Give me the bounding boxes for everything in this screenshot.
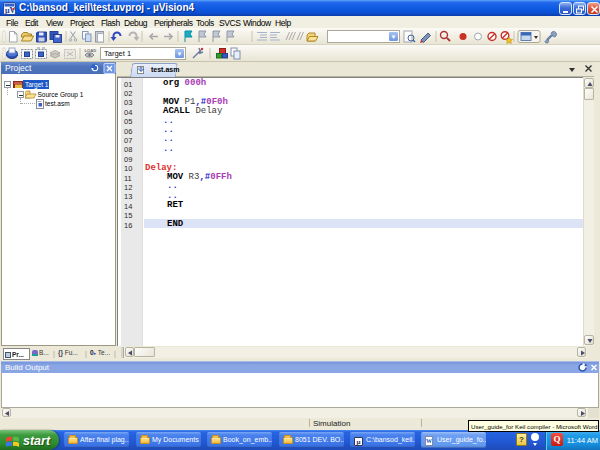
svg-text:LOAD: LOAD	[85, 48, 97, 53]
